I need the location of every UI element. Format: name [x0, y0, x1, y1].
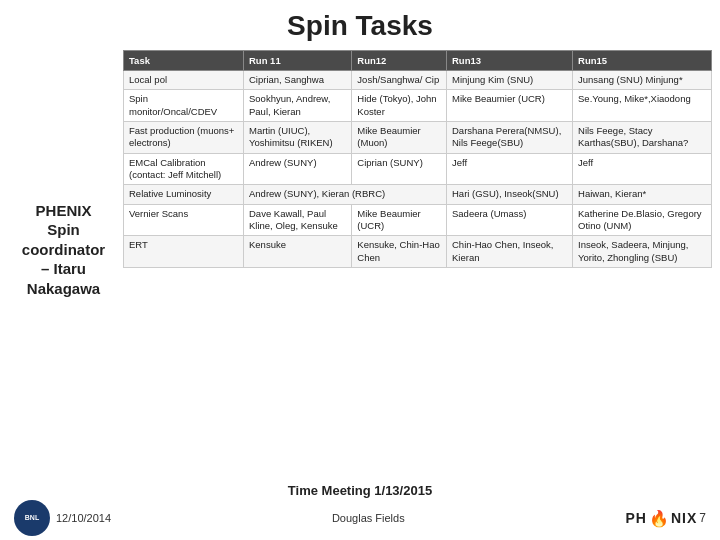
cell-run13: Darshana Perera(NMSU), Nils Feege(SBU) — [446, 122, 572, 154]
cell-task: Fast production (muons+ electrons) — [124, 122, 244, 154]
cell-task: Relative Luminosity — [124, 185, 244, 204]
cell-run15: Jeff — [573, 153, 712, 185]
cell-run15: Nils Feege, Stacy Karthas(SBU), Darshana… — [573, 122, 712, 154]
cell-run11: Sookhyun, Andrew, Paul, Kieran — [244, 90, 352, 122]
table-header-row: Task Run 11 Run12 Run13 Run15 — [124, 51, 712, 71]
col-run13: Run13 — [446, 51, 572, 71]
cell-run12: Mike Beaumier (UCR) — [352, 204, 447, 236]
page-title: Spin Tasks — [0, 0, 720, 50]
phenix-logo-area: PH 🔥 NIX 7 — [626, 509, 706, 528]
cell-run12: Josh/Sanghwa/ Cip — [352, 71, 447, 90]
cell-task: ERT — [124, 236, 244, 268]
table-row: ERTKensukeKensuke, Chin-Hao ChenChin-Hao… — [124, 236, 712, 268]
col-task: Task — [124, 51, 244, 71]
table-row: Spin monitor/Oncal/CDEVSookhyun, Andrew,… — [124, 90, 712, 122]
cell-run13: Minjung Kim (SNU) — [446, 71, 572, 90]
cell-run12: Hide (Tokyo), John Koster — [352, 90, 447, 122]
cell-run12: Kensuke, Chin-Hao Chen — [352, 236, 447, 268]
phenix-text2: NIX — [671, 510, 697, 526]
cell-run15: Haiwan, Kieran* — [573, 185, 712, 204]
cell-run11: Dave Kawall, Paul Kline, Oleg, Kensuke — [244, 204, 352, 236]
cell-run13: Hari (GSU), Inseok(SNU) — [446, 185, 572, 204]
table-area: Task Run 11 Run12 Run13 Run15 Local polC… — [123, 50, 712, 479]
content-area: PHENIX Spin coordinator – Itaru Nakagawa… — [0, 50, 720, 479]
phoenix-bird-icon: 🔥 — [649, 509, 669, 528]
page-number: 7 — [699, 511, 706, 525]
bnl-logo-area: BNL 12/10/2014 — [14, 500, 111, 536]
cell-run15: Junsang (SNU) Minjung* — [573, 71, 712, 90]
cell-run12: Ciprian (SUNY) — [352, 153, 447, 185]
phenix-text: PH — [626, 510, 647, 526]
bnl-logo-circle: BNL — [14, 500, 50, 536]
table-row: Fast production (muons+ electrons)Martin… — [124, 122, 712, 154]
cell-run11: Ciprian, Sanghwa — [244, 71, 352, 90]
cell-run11: Andrew (SUNY) — [244, 153, 352, 185]
coordinator-text: PHENIX Spin coordinator – Itaru Nakagawa — [22, 201, 105, 299]
page-container: Spin Tasks PHENIX Spin coordinator – Ita… — [0, 0, 720, 540]
cell-run13: Mike Beaumier (UCR) — [446, 90, 572, 122]
col-run11: Run 11 — [244, 51, 352, 71]
footer-area: Time Meeting 1/13/2015 — [0, 479, 720, 500]
cell-merged: Andrew (SUNY), Kieran (RBRC) — [244, 185, 447, 204]
cell-run15: Katherine De.Blasio, Gregory Otino (UNM) — [573, 204, 712, 236]
col-run15: Run15 — [573, 51, 712, 71]
table-row: EMCal Calibration (contact: Jeff Mitchel… — [124, 153, 712, 185]
cell-task: EMCal Calibration (contact: Jeff Mitchel… — [124, 153, 244, 185]
cell-run13: Sadeera (Umass) — [446, 204, 572, 236]
cell-run13: Jeff — [446, 153, 572, 185]
table-row: Vernier ScansDave Kawall, Paul Kline, Ol… — [124, 204, 712, 236]
cell-run13: Chin-Hao Chen, Inseok, Kieran — [446, 236, 572, 268]
left-sidebar: PHENIX Spin coordinator – Itaru Nakagawa — [8, 50, 123, 479]
cell-task: Vernier Scans — [124, 204, 244, 236]
col-run12: Run12 — [352, 51, 447, 71]
footer-presenter: Douglas Fields — [332, 512, 405, 524]
meeting-label: Time Meeting 1/13/2015 — [288, 483, 432, 498]
table-row: Local polCiprian, SanghwaJosh/Sanghwa/ C… — [124, 71, 712, 90]
table-row: Relative LuminosityAndrew (SUNY), Kieran… — [124, 185, 712, 204]
cell-run11: Martin (UIUC), Yoshimitsu (RIKEN) — [244, 122, 352, 154]
cell-task: Spin monitor/Oncal/CDEV — [124, 90, 244, 122]
bottom-bar: BNL 12/10/2014 Douglas Fields PH 🔥 NIX 7 — [0, 500, 720, 540]
cell-run15: Se.Young, Mike*,Xiaodong — [573, 90, 712, 122]
cell-run15: Inseok, Sadeera, Minjung, Yorito, Zhongl… — [573, 236, 712, 268]
cell-run11: Kensuke — [244, 236, 352, 268]
cell-task: Local pol — [124, 71, 244, 90]
spin-tasks-table: Task Run 11 Run12 Run13 Run15 Local polC… — [123, 50, 712, 268]
footer-date: 12/10/2014 — [56, 512, 111, 524]
cell-run12: Mike Beaumier (Muon) — [352, 122, 447, 154]
